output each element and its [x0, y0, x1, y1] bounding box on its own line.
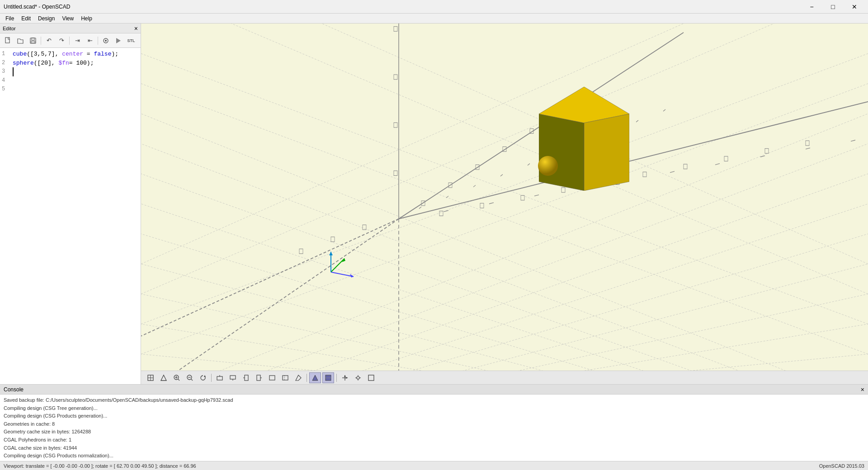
status-bar: Viewport: translate = [ -0.00 -0.00 -0.0… [0, 461, 868, 470]
svg-marker-89 [539, 87, 629, 123]
viewport-3d[interactable] [141, 24, 868, 384]
menu-view[interactable]: View [58, 14, 77, 23]
vp-perspective-button[interactable] [158, 372, 170, 383]
close-button[interactable]: ✕ [844, 0, 864, 14]
svg-line-54 [473, 185, 476, 187]
console-close-button[interactable]: × [861, 386, 864, 393]
svg-marker-128 [346, 377, 348, 379]
svg-rect-0 [5, 38, 9, 43]
svg-rect-70 [602, 180, 606, 185]
vp-zoom-all-button[interactable] [145, 372, 156, 383]
vp-view-back-button[interactable] [279, 372, 291, 383]
svg-line-17 [412, 264, 868, 384]
console-msg-6: CGAL Polyhedrons in cache: 1 [4, 436, 864, 444]
code-content-1: cube([3,5,7], center = false); [13, 50, 118, 59]
svg-marker-127 [344, 375, 346, 377]
svg-rect-114 [245, 375, 248, 381]
save-file-button[interactable] [27, 35, 39, 46]
svg-line-24 [231, 24, 868, 294]
grid-svg [141, 24, 868, 384]
svg-rect-79 [503, 147, 506, 152]
code-content-2: sphere([20], $fn= 100); [13, 59, 94, 68]
vp-reset-button[interactable] [197, 372, 209, 383]
svg-line-105 [178, 379, 179, 381]
redo-button[interactable]: ↷ [56, 35, 67, 46]
svg-line-15 [322, 204, 868, 384]
render-button[interactable] [113, 35, 124, 46]
maximize-button[interactable]: □ [823, 0, 843, 14]
svg-rect-75 [806, 141, 809, 146]
svg-marker-93 [350, 274, 354, 277]
svg-rect-69 [561, 188, 565, 193]
svg-line-29 [141, 204, 684, 384]
svg-rect-67 [480, 203, 484, 208]
cube-3d [539, 87, 629, 191]
console-msg-7: CGAL cache size in bytes: 41944 [4, 444, 864, 452]
open-file-button[interactable] [14, 35, 26, 46]
svg-line-12 [186, 114, 868, 385]
svg-line-37 [141, 219, 399, 336]
vp-zoom-out-button[interactable] [184, 372, 196, 383]
editor-close-button[interactable]: × [134, 25, 138, 32]
vp-crosshairs-button[interactable] [352, 372, 364, 383]
svg-line-52 [419, 207, 421, 209]
svg-rect-3 [31, 41, 35, 43]
svg-rect-84 [331, 237, 335, 242]
svg-point-133 [357, 376, 359, 379]
svg-rect-86 [616, 180, 619, 185]
editor-header: Editor × [0, 24, 141, 33]
svg-rect-71 [643, 172, 646, 177]
menu-design[interactable]: Design [34, 14, 58, 23]
svg-marker-121 [296, 375, 301, 381]
vp-view-diagonal-button[interactable] [292, 372, 304, 383]
code-editor[interactable]: 1 cube([3,5,7], center = false); 2 spher… [0, 48, 141, 384]
code-line-3: 3 [2, 67, 139, 76]
console-msg-5: Geometry cache size in bytes: 1264288 [4, 428, 864, 436]
menu-bar: File Edit Design View Help [0, 14, 868, 24]
stl-export-button[interactable]: STL [125, 35, 137, 46]
svg-line-56 [528, 164, 530, 165]
svg-line-94 [331, 258, 344, 272]
vp-zoom-in-button[interactable] [171, 372, 183, 383]
toolbar-separator-3 [98, 37, 98, 45]
svg-rect-82 [584, 93, 588, 98]
svg-line-55 [500, 174, 503, 176]
svg-rect-112 [230, 376, 236, 379]
vp-render-mode-button[interactable] [322, 372, 334, 383]
menu-edit[interactable]: Edit [18, 14, 34, 23]
vp-view-left-button[interactable] [240, 372, 252, 383]
svg-line-8 [141, 84, 868, 354]
svg-rect-116 [257, 375, 260, 381]
svg-rect-63 [394, 122, 397, 127]
preview-button[interactable] [100, 35, 112, 46]
new-file-button[interactable] [2, 35, 14, 46]
svg-rect-77 [448, 183, 452, 188]
code-content-5 [13, 85, 16, 94]
vp-show-axes-button[interactable] [339, 372, 351, 383]
window-title: Untitled.scad* - OpenSCAD [4, 4, 70, 10]
svg-rect-74 [765, 149, 769, 154]
vp-preview-mode-button[interactable] [309, 372, 321, 383]
vp-view-bottom-button[interactable] [227, 372, 239, 383]
menu-file[interactable]: File [2, 14, 18, 23]
svg-line-60 [636, 120, 638, 122]
vp-view-top-button[interactable] [214, 372, 226, 383]
menu-help[interactable]: Help [77, 14, 96, 23]
svg-rect-66 [439, 211, 443, 216]
indent-more-button[interactable]: ⇥ [71, 35, 83, 46]
console-messages: Saved backup file: C:/Users/sculpteo/Doc… [0, 395, 868, 461]
vp-view-front-button[interactable] [266, 372, 278, 383]
vp-view-right-button[interactable] [253, 372, 265, 383]
svg-rect-7 [141, 24, 868, 384]
svg-marker-109 [204, 375, 206, 377]
minimize-button[interactable]: − [802, 0, 822, 14]
svg-line-59 [609, 131, 611, 133]
svg-line-58 [582, 142, 584, 144]
undo-button[interactable]: ↶ [43, 35, 55, 46]
console-msg-8: Compiling design (CSG Products normaliza… [4, 452, 864, 460]
vp-orthographic-button[interactable] [365, 372, 377, 383]
indent-less-button[interactable]: ⇤ [84, 35, 96, 46]
svg-line-46 [625, 179, 629, 180]
svg-rect-68 [521, 195, 524, 200]
code-line-2: 2 sphere([20], $fn= 100); [2, 59, 139, 68]
